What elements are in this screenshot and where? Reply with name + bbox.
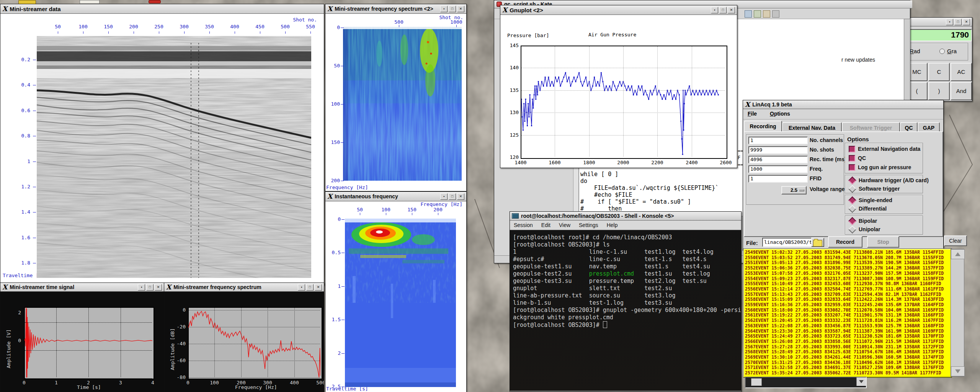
tick-label: 4 <box>148 380 157 385</box>
calc-button-ac[interactable]: AC <box>951 63 972 81</box>
minimize-button[interactable]: ▪ <box>138 284 145 291</box>
titlebar[interactable]: X Instantaneous frequency ▪ □ ✕ <box>325 192 466 201</box>
event-list-hscrollbar[interactable] <box>745 377 867 388</box>
checkbox-log-gun-air-pressure[interactable] <box>849 164 855 171</box>
minimize-button[interactable]: ▪ <box>440 6 448 12</box>
tick-label: 150 <box>100 24 117 29</box>
scroll-up-button[interactable] <box>951 249 965 259</box>
titlebar[interactable]: root@localhost:/home/linacq/OBS2003 - Sh… <box>510 212 741 220</box>
desktop-icon-fragment[interactable] <box>80 0 100 4</box>
field-input-no-channels[interactable]: 1 <box>748 137 808 144</box>
tick-label: 0.8 <box>12 133 30 139</box>
maximize-button[interactable]: □ <box>449 193 456 200</box>
field-input-no-shots[interactable]: 9999 <box>748 146 808 154</box>
menu-session[interactable]: Session <box>514 222 533 228</box>
menu-help[interactable]: Help <box>607 222 618 228</box>
close-button[interactable]: ✕ <box>457 193 464 200</box>
grid-line <box>657 46 658 157</box>
terminal-line: geopulse-test2.su pressplot.cmd test1.su… <box>513 270 738 278</box>
y-axis-label: Pressure [bar] <box>507 33 549 38</box>
menu-view[interactable]: View <box>559 222 570 228</box>
calc-button-and[interactable]: And <box>951 82 972 100</box>
calc-radio-rad[interactable]: Rad <box>910 48 938 55</box>
spectrogram-image[interactable] <box>343 27 462 181</box>
calc-mode-panel: RadGra <box>907 43 968 60</box>
minimize-button[interactable]: ▪ <box>946 19 953 25</box>
menu-edit[interactable]: Edit <box>541 222 550 228</box>
tick-label: 135 <box>506 87 519 93</box>
x11-logo-icon: X <box>502 7 507 13</box>
calc-button-)[interactable]: ) <box>928 82 950 100</box>
tick-mark <box>33 136 36 136</box>
field-label: Freq. <box>810 166 823 172</box>
axis-top-label: Frequency [Hz] <box>420 201 462 207</box>
clear-button[interactable]: Clear <box>944 235 967 246</box>
window-event-list: Clear 2549EVENT 15:02:32 27.05.2003 8315… <box>743 234 966 387</box>
instantaneous-frequency-image[interactable] <box>345 219 456 387</box>
maximize-button[interactable]: □ <box>954 19 962 25</box>
tick-label: 350 <box>201 24 218 29</box>
maximize-button[interactable]: □ <box>146 284 154 291</box>
minimize-button[interactable]: ▪ <box>711 7 718 13</box>
titlebar[interactable]: X Mini-streamer data <box>0 4 324 14</box>
grid-line <box>623 46 624 157</box>
axis-top-label: Shot no. <box>293 17 317 23</box>
titlebar[interactable]: X Mini-streamer time signal ▪ □ ✕ <box>0 283 164 292</box>
field-input-freq-[interactable]: 1000 <box>748 165 808 173</box>
event-row: 2555EVENT 15:10:49 27.05.2003 832453.60E… <box>745 281 950 287</box>
event-row: 2572EVENT 15:35:24 27.05.2003 835062.72E… <box>745 371 950 376</box>
field-input-rec-time-ms-[interactable]: 4096 <box>748 156 808 163</box>
maximize-button[interactable]: □ <box>449 6 456 12</box>
close-button[interactable]: ✕ <box>315 284 322 291</box>
seismic-section-image[interactable] <box>37 36 311 278</box>
event-row: 2557EVENT 15:13:43 27.05.2003 832709.83E… <box>745 292 950 297</box>
close-button[interactable]: ✕ <box>963 19 970 25</box>
event-list-scrollbar[interactable] <box>951 249 964 377</box>
calc-button-c[interactable]: C <box>928 63 950 81</box>
tick-mark <box>438 213 438 215</box>
tick-label: 50 <box>328 63 340 69</box>
kate-toolbar-icon[interactable] <box>754 10 761 18</box>
voltage-range-label: Voltage range <box>810 186 845 192</box>
maximize-button[interactable]: □ <box>306 284 314 291</box>
desktop-icon-fragment[interactable] <box>149 0 161 3</box>
hscroll-down-button[interactable] <box>856 377 866 386</box>
tick-mark <box>310 31 311 34</box>
maximize-button[interactable]: □ <box>719 7 727 13</box>
checkbox-external-navigation-data[interactable] <box>849 146 855 152</box>
close-button[interactable]: ✕ <box>728 7 735 13</box>
checkbox-qc[interactable] <box>849 155 855 162</box>
terminal-area[interactable]: [root@localhost root]# cd /home/linacq/O… <box>510 230 741 391</box>
kate-toolbar-icon[interactable] <box>763 10 770 18</box>
tick-mark <box>58 31 58 34</box>
kate-toolbar-icon[interactable] <box>745 10 752 18</box>
tick-label: 2.5 <box>328 384 341 389</box>
event-list-panel[interactable]: 2549EVENT 15:02:32 27.05.2003 831594.43E… <box>743 249 952 377</box>
scroll-down-button[interactable] <box>951 366 965 376</box>
hscroll-thumb[interactable] <box>751 378 762 386</box>
calc-radio-gra[interactable]: Gra <box>939 48 968 55</box>
tick-mark <box>285 31 286 34</box>
tick-label: 100 <box>377 207 394 212</box>
menu-file[interactable]: File <box>748 111 757 117</box>
titlebar[interactable]: X Mini-streamer frequency spectrum ▪ □ ✕ <box>164 283 324 292</box>
grid-line <box>589 46 590 157</box>
tick-label: 50 <box>351 207 368 212</box>
titlebar[interactable]: X Gnuplot <2> ▪ □ ✕ <box>500 5 737 15</box>
titlebar[interactable]: X LinAcq 1.9 beta <box>743 100 943 109</box>
menu-settings[interactable]: Settings <box>579 222 598 228</box>
radio-label: Unipolar <box>859 226 880 232</box>
dropdown-indicator-icon <box>799 189 804 191</box>
close-button[interactable]: ✕ <box>457 6 464 12</box>
minimize-button[interactable]: ▪ <box>298 284 305 291</box>
minimize-button[interactable]: ▪ <box>440 193 448 200</box>
menu-options[interactable]: Options <box>770 111 790 117</box>
grid-line <box>56 308 57 377</box>
field-input-ffid[interactable]: 1 <box>748 175 808 183</box>
kate-toolbar-icon[interactable] <box>772 10 779 18</box>
titlebar[interactable]: ▪ □ ✕ <box>904 18 972 26</box>
voltage-range-dropdown[interactable]: 2.5 <box>781 186 807 194</box>
close-button[interactable]: ✕ <box>155 284 162 291</box>
tick-label: -20 <box>173 324 186 330</box>
titlebar[interactable]: X Mini-streamer frequency spectrum <2> ▪… <box>325 4 466 14</box>
